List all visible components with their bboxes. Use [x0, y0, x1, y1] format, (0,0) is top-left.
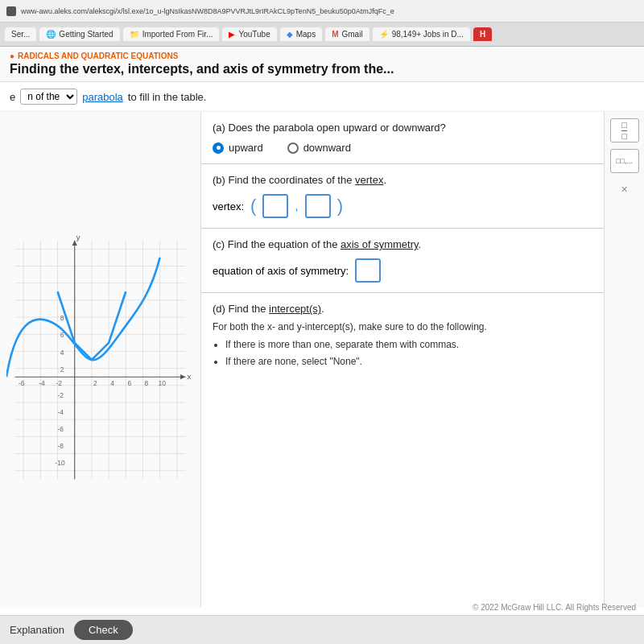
radio-upward[interactable]: upward [213, 142, 263, 154]
radio-row: upward downward [213, 142, 592, 154]
radio-upward-circle[interactable] [213, 142, 224, 154]
tab-jobs-icon: ⚡ [379, 30, 389, 39]
tab-gmail-label: Gmail [342, 30, 363, 39]
svg-text:8: 8 [145, 379, 149, 387]
tab-gs-label: Getting Started [59, 30, 113, 39]
instruction-prefix: e [10, 91, 15, 103]
aos-row: equation of axis of symmetry: [213, 258, 592, 283]
question-b-label: (b) Find the coordinates of the vertex. [213, 174, 592, 186]
svg-text:-4: -4 [58, 408, 64, 416]
instruction-link: parabola [82, 91, 123, 103]
browser-url-text: www-awu.aleks.com/alekscgi/x/lsl.exe/1o_… [21, 7, 394, 15]
vertex-y-input[interactable] [305, 194, 331, 218]
tab-ser[interactable]: Ser... [5, 27, 36, 41]
radio-upward-label: upward [229, 142, 263, 154]
svg-marker-26 [180, 374, 185, 379]
svg-text:2: 2 [60, 365, 64, 374]
question-c-label: (c) Find the equation of the axis of sym… [213, 238, 592, 250]
questions-area: (a) Does the parabola open upward or dow… [201, 112, 604, 608]
fraction-icon: □ □ [621, 120, 627, 141]
intercepts-link: intercept(s) [269, 303, 321, 315]
question-c-section: (c) Find the equation of the axis of sym… [201, 229, 604, 293]
svg-text:-6: -6 [58, 425, 64, 433]
bullet-list: If there is more than one, separate them… [225, 337, 592, 369]
svg-text:-10: -10 [55, 459, 65, 467]
bottom-bar: Explanation Check [0, 615, 644, 644]
svg-text:y: y [76, 233, 80, 242]
aos-input[interactable] [355, 258, 381, 283]
svg-text:8: 8 [60, 314, 64, 322]
fraction-button[interactable]: □ □ [610, 118, 639, 142]
parabola-link[interactable]: parabola [82, 91, 123, 103]
tab-maps[interactable]: ◆ Maps [280, 27, 322, 41]
tab-bar: Ser... 🌐 Getting Started 📁 Imported From… [0, 23, 644, 47]
bullet-item-1: If there is more than one, separate them… [225, 337, 592, 353]
svg-text:6: 6 [127, 379, 131, 387]
svg-text:-8: -8 [58, 442, 64, 450]
two-col-layout: x y -4 -2 2 4 6 8 10 -6 8 6 4 2 -2 -4 -6… [0, 112, 644, 608]
question-a-section: (a) Does the parabola open upward or dow… [201, 112, 604, 164]
tab-imported-from[interactable]: 📁 Imported From Fir... [123, 27, 220, 41]
tab-h[interactable]: H [473, 27, 492, 41]
svg-text:4: 4 [110, 379, 114, 387]
question-d-label: (d) Find the intercept(s). [213, 303, 592, 315]
vertex-text: vertex: [213, 200, 244, 213]
graph-area: x y -4 -2 2 4 6 8 10 -6 8 6 4 2 -2 -4 -6… [0, 112, 201, 608]
tab-yt-icon: ▶ [229, 30, 235, 39]
tab-jobs[interactable]: ⚡ 98,149+ Jobs in D... [373, 27, 470, 41]
instruction-dropdown[interactable]: n of the [20, 89, 77, 105]
tab-gs-icon: 🌐 [46, 30, 56, 39]
explanation-link[interactable]: Explanation [10, 624, 64, 636]
tab-gmail-icon: M [332, 30, 338, 39]
close-button[interactable]: × [621, 183, 627, 196]
section-title: Finding the vertex, intercepts, and axis… [10, 62, 634, 76]
copyright-text: © 2022 McGraw Hill LLC. All Rights Reser… [473, 603, 636, 612]
svg-text:x: x [188, 372, 192, 381]
axis-symmetry-link: axis of symmetry [341, 238, 419, 250]
tab-if-icon: 📁 [130, 30, 139, 39]
check-button[interactable]: Check [74, 620, 133, 640]
copyright-footer: © 2022 McGraw Hill LLC. All Rights Reser… [0, 603, 644, 613]
section-category: RADICALS AND QUADRATIC EQUATIONS [10, 52, 634, 60]
vertex-x-input[interactable] [262, 194, 288, 218]
instruction-suffix: to fill in the table. [128, 91, 207, 103]
tab-youtube[interactable]: ▶ YouTube [222, 27, 276, 41]
paren-left-icon: ( [250, 197, 256, 215]
tab-yt-label: YouTube [238, 30, 270, 39]
bullet-item-2: If there are none, select "None". [225, 354, 592, 369]
svg-text:-6: -6 [19, 379, 25, 387]
question-a-label: (a) Does the parabola open upward or dow… [213, 122, 592, 134]
paren-right-icon: ) [337, 197, 343, 215]
instruction-row: e n of the parabola to fill in the table… [0, 82, 644, 112]
graph-svg: x y -4 -2 2 4 6 8 10 -6 8 6 4 2 -2 -4 -6… [6, 118, 194, 601]
for-both-text: For both the x- and y-intercept(s), make… [213, 321, 592, 332]
radio-downward[interactable]: downward [287, 142, 351, 154]
comma-separator: , [295, 199, 298, 213]
tab-if-label: Imported From Fir... [142, 30, 213, 39]
tab-maps-label: Maps [296, 30, 316, 39]
browser-url-bar: www-awu.aleks.com/alekscgi/x/lsl.exe/1o_… [0, 0, 644, 23]
svg-text:10: 10 [159, 379, 167, 387]
svg-text:-4: -4 [39, 379, 45, 387]
vertex-link: vertex [355, 174, 383, 186]
aos-text: equation of axis of symmetry: [213, 265, 349, 277]
close-icon: × [621, 183, 627, 196]
tab-gmail[interactable]: M Gmail [325, 27, 369, 41]
tab-h-label: H [480, 30, 485, 39]
tab-getting-started[interactable]: 🌐 Getting Started [39, 27, 119, 41]
section-header: RADICALS AND QUADRATIC EQUATIONS Finding… [0, 47, 644, 82]
template-button[interactable]: □□,... [610, 149, 639, 173]
question-d-section: (d) Find the intercept(s). For both the … [201, 293, 604, 381]
right-sidebar: □ □ □□,... × [604, 112, 644, 608]
browser-favicon [6, 6, 16, 16]
svg-text:-2: -2 [56, 379, 62, 387]
svg-text:2: 2 [93, 379, 97, 387]
question-b-section: (b) Find the coordinates of the vertex. … [201, 164, 604, 229]
tab-maps-icon: ◆ [287, 30, 293, 39]
main-content: RADICALS AND QUADRATIC EQUATIONS Finding… [0, 47, 644, 615]
vertex-row: vertex: ( , ) [213, 194, 592, 218]
svg-text:-2: -2 [58, 391, 64, 399]
tab-jobs-label: 98,149+ Jobs in D... [392, 30, 464, 39]
radio-downward-circle[interactable] [287, 142, 299, 154]
svg-text:4: 4 [60, 349, 64, 357]
